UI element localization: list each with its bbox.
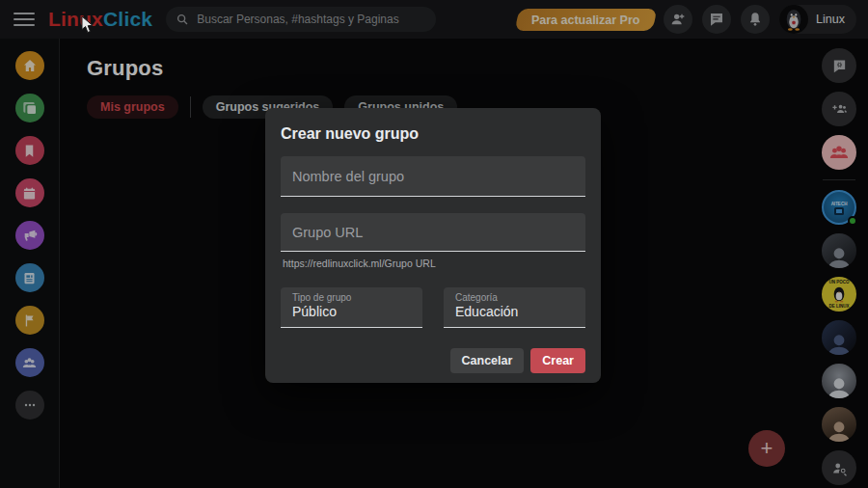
group-category-label: Categoría [455,292,574,303]
modal-title: Crear nuevo grupo [281,125,585,143]
group-category-select[interactable]: Categoría Educación [444,287,585,328]
group-type-value: Público [292,304,411,319]
group-type-label: Tipo de grupo [292,292,411,303]
cancel-button[interactable]: Cancelar [450,348,525,373]
create-button[interactable]: Crear [530,348,585,373]
app-root: LinuxClick Para actualizar Pro Linux [0,0,868,488]
group-category-value: Educación [455,304,574,319]
create-group-modal: Crear nuevo grupo https://redlinuxclick.… [265,108,601,383]
group-url-input[interactable] [292,225,574,240]
group-name-input[interactable] [292,169,574,184]
group-type-select[interactable]: Tipo de grupo Público [281,287,422,328]
group-url-helper: https://redlinuxclick.ml/Grupo URL [281,258,585,269]
group-name-field [281,156,585,197]
modal-actions: Cancelar Crear [281,348,585,373]
modal-selects-row: Tipo de grupo Público Categoría Educació… [281,287,585,328]
group-url-field [281,213,585,252]
